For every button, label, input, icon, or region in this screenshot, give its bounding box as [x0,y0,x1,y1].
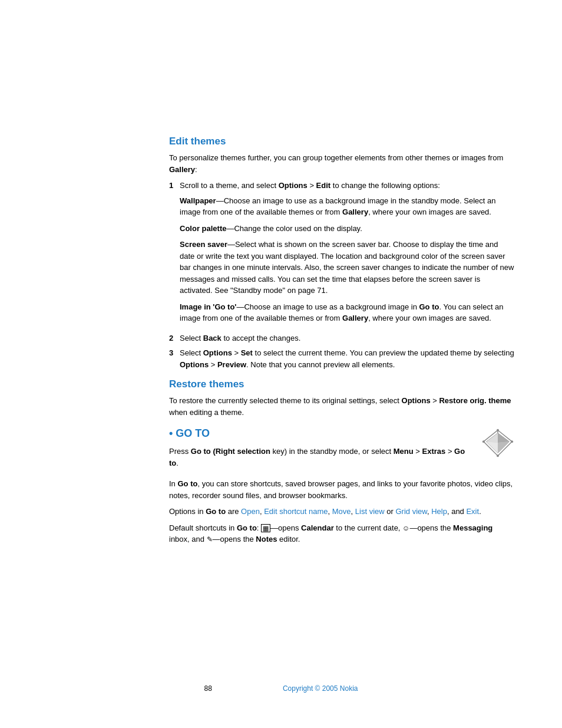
sub-item-color: Color palette—Change the color used on t… [180,223,515,235]
restore-themes-title: Restore themes [169,378,515,390]
page-footer: 88 Copyright © 2005 Nokia [0,684,562,693]
goto-section: • GO TO Press Go to (Right selection key… [169,427,515,545]
sub-item-wallpaper: Wallpaper—Choose an image to use as a ba… [180,195,515,218]
sub-items: Wallpaper—Choose an image to use as a ba… [180,195,515,324]
step-2: 2 Select Back to accept the changes. [169,332,515,344]
goto-link-gridview[interactable]: Grid view [395,507,427,516]
step-3-num: 3 [169,347,180,359]
sub-item-image-goto: Image in 'Go to'—Choose an image to use … [180,301,515,324]
edit-themes-intro: To personalize themes further, you can g… [169,152,515,175]
page: Edit themes To personalize themes furthe… [0,0,562,728]
goto-link-open[interactable]: Open [241,507,260,516]
step-3: 3 Select Options > Set to select the cur… [169,347,515,370]
calendar-icon-symbol: ▦ [261,524,270,532]
notes-icon-symbol: ✎ [207,535,213,543]
goto-link-exit[interactable]: Exit [466,507,479,516]
goto-para3: Options in Go to are Open, Edit shortcut… [169,506,515,518]
step-3-text: Select Options > Set to select the curre… [180,347,515,370]
restore-themes-text: To restore the currently selected theme … [169,395,515,418]
goto-intro-text: • GO TO Press Go to (Right selection key… [169,427,481,473]
goto-header: • GO TO Press Go to (Right selection key… [169,427,515,473]
step-1: 1 Scroll to a theme, and select Options … [169,180,515,329]
goto-link-edit[interactable]: Edit shortcut name [264,507,328,516]
step-1-num: 1 [169,180,180,192]
content-area: Edit themes To personalize themes furthe… [0,0,562,585]
edit-themes-section: Edit themes To personalize themes furthe… [169,136,515,370]
goto-para1: Press Go to (Right selection key) in the… [169,446,469,469]
goto-para2: In Go to, you can store shortcuts, saved… [169,478,515,501]
step-2-num: 2 [169,332,180,344]
step-1-text: Scroll to a theme, and select Options > … [180,180,515,329]
goto-para4: Default shortcuts in Go to: ▦—opens Cale… [169,522,515,545]
goto-bullet: • [169,427,176,439]
svg-point-7 [497,429,499,431]
edit-themes-steps: 1 Scroll to a theme, and select Options … [169,180,515,370]
goto-title: GO TO [176,427,210,439]
goto-link-move[interactable]: Move [332,507,351,516]
page-number: 88 [204,684,212,693]
messaging-icon-symbol: ☺ [402,524,409,532]
goto-title-row: • GO TO [169,427,469,440]
goto-link-help[interactable]: Help [431,507,447,516]
svg-point-8 [511,440,513,443]
edit-themes-title: Edit themes [169,136,515,147]
restore-themes-section: Restore themes To restore the currently … [169,378,515,418]
svg-point-10 [482,440,485,443]
step-2-text: Select Back to accept the changes. [180,332,300,344]
goto-link-listview[interactable]: List view [355,507,385,516]
nokia-goto-icon [481,429,515,459]
sub-item-screensaver: Screen saver—Select what is shown on the… [180,239,515,297]
copyright-text: Copyright © 2005 Nokia [283,684,358,693]
svg-point-9 [497,454,499,457]
